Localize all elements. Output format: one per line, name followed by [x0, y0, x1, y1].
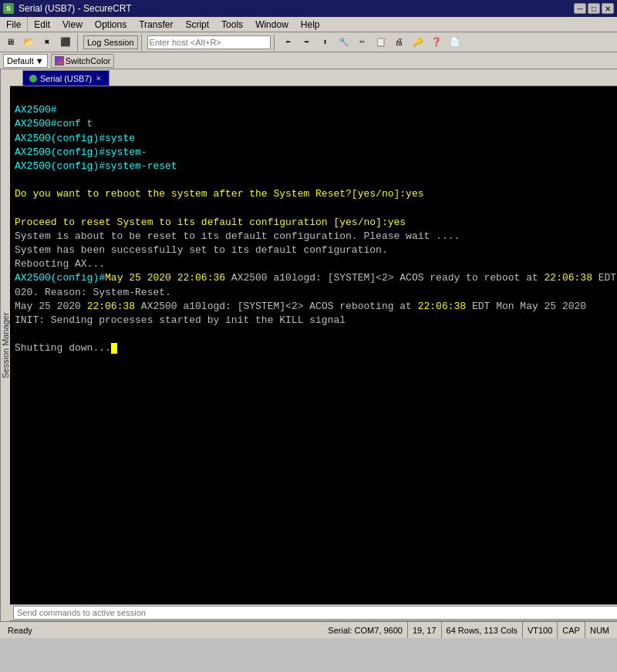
switchcolor-label: SwitchColor [66, 56, 111, 66]
line-10: Rebooting AX... [15, 258, 105, 270]
line-2: AX2500#conf t [15, 118, 93, 129]
tb-btn9[interactable]: ✂ [354, 34, 371, 51]
line-7: Proceed to reset System to its default c… [15, 217, 406, 228]
switchcolor-button[interactable]: SwitchColor [51, 54, 115, 68]
menu-script[interactable]: Script [179, 17, 215, 32]
tb-close-session[interactable]: ✖ [39, 34, 56, 51]
tb-btn10[interactable]: 📋 [373, 34, 389, 51]
menu-file[interactable]: File [0, 17, 28, 32]
title-buttons: ─ □ ✕ [574, 3, 614, 14]
tb-btn6[interactable]: ➡ [298, 34, 315, 51]
title-text: Serial (USB7) - SecureCRT [19, 3, 131, 14]
tb-btn14[interactable]: 📄 [447, 34, 464, 51]
cmd-bar: ✕ [10, 604, 617, 621]
terminal-cursor [111, 343, 117, 354]
pos-text: 19, 17 [413, 626, 437, 635]
tb-btn4[interactable]: ⬛ [57, 34, 74, 51]
tb-open[interactable]: 📂 [20, 34, 37, 51]
menu-options[interactable]: Options [89, 17, 133, 32]
line-1: AX2500# [15, 104, 57, 116]
terminal[interactable]: AX2500# AX2500#conf t AX2500(config)#sys… [10, 86, 617, 604]
status-pos: 19, 17 [408, 622, 442, 638]
minimize-button[interactable]: ─ [574, 3, 586, 14]
line-4: AX2500(config)#system- [15, 146, 147, 158]
menu-view[interactable]: View [56, 17, 89, 32]
menu-transfer[interactable]: Transfer [133, 17, 179, 32]
tb-btn12[interactable]: 🔑 [410, 34, 427, 51]
line-11: AX2500(config)#May 25 2020 22:06:36 AX25… [15, 272, 617, 284]
tab-icon [29, 75, 37, 82]
menu-window[interactable]: Window [249, 17, 295, 32]
line-6: Do you want to reboot the system after t… [15, 188, 424, 200]
status-num: NUM [585, 622, 614, 638]
status-vt: VT100 [523, 622, 558, 638]
session-manager-sidebar[interactable]: Session Manager [0, 69, 10, 621]
line-8: System is about to be reset to its defau… [15, 230, 460, 242]
maximize-button[interactable]: □ [588, 3, 600, 14]
color-swatch [55, 56, 64, 66]
tb-sep1 [77, 34, 80, 51]
line-5: AX2500(config)#system-reset [15, 160, 177, 172]
tb-sep2 [141, 34, 144, 51]
line-15: Shutting down... [15, 342, 117, 354]
serial-text: Serial: COM7, 9600 [328, 626, 403, 635]
menu-help[interactable]: Help [295, 17, 326, 32]
status-rows-cols: 64 Rows, 113 Cols [442, 622, 523, 638]
status-bar: Ready Serial: COM7, 9600 19, 17 64 Rows,… [0, 621, 617, 638]
close-button[interactable]: ✕ [602, 3, 614, 14]
tb-btn13[interactable]: ❓ [428, 34, 445, 51]
tb-btn11[interactable]: 🖨 [391, 34, 408, 51]
status-ready: Ready [3, 622, 37, 638]
menu-tools[interactable]: Tools [215, 17, 249, 32]
content-area: Session Manager Serial (USB7) ✕ AX2500# … [0, 69, 617, 621]
log-session-button[interactable]: Log Session [83, 35, 138, 49]
line-9: System has been successfully set to its … [15, 244, 388, 256]
tb-btn7[interactable]: ⬆ [317, 34, 334, 51]
vt-text: VT100 [528, 626, 552, 635]
menu-edit[interactable]: Edit [28, 17, 56, 32]
line-3: AX2500(config)#syste [15, 133, 135, 144]
tab-bar: Serial (USB7) ✕ [10, 69, 617, 86]
title-left: S Serial (USB7) - SecureCRT [3, 3, 131, 14]
app-icon: S [3, 3, 14, 14]
terminal-wrapper: AX2500# AX2500#conf t AX2500(config)#sys… [10, 86, 617, 604]
right-panel: Serial (USB7) ✕ AX2500# AX2500#conf t AX… [10, 69, 617, 621]
tb-sep3 [274, 34, 277, 51]
default-label: Default [7, 56, 34, 66]
dropdown-arrow: ▼ [35, 56, 44, 66]
caps-text: CAP [562, 626, 580, 635]
enter-host-input[interactable] [147, 35, 271, 49]
num-text: NUM [590, 626, 609, 635]
tb-btn5[interactable]: ⬅ [280, 34, 297, 51]
session-bar: Default ▼ SwitchColor [0, 52, 617, 69]
tab-close-button[interactable]: ✕ [95, 75, 103, 82]
rows-cols-text: 64 Rows, 113 Cols [447, 626, 518, 635]
line-13: May 25 2020 22:06:38 AX2500 a10logd: [SY… [15, 301, 586, 312]
line-14: INIT: Sending processes started by init … [15, 314, 346, 326]
default-session-dropdown[interactable]: Default ▼ [3, 54, 48, 68]
session-manager-label: Session Manager [1, 312, 10, 378]
status-caps: CAP [558, 622, 585, 638]
menu-bar: File Edit View Options Transfer Script T… [0, 17, 617, 32]
tab-serial-usb7[interactable]: Serial (USB7) ✕ [22, 70, 110, 86]
tab-label: Serial (USB7) [40, 74, 92, 83]
line-12: 020. Reason: System-Reset. [15, 287, 171, 298]
toolbar: 🖥 📂 ✖ ⬛ Log Session ⬅ ➡ ⬆ 🔧 ✂ 📋 🖨 🔑 ❓ 📄 [0, 32, 617, 52]
tb-new[interactable]: 🖥 [2, 34, 19, 51]
status-serial: Serial: COM7, 9600 [323, 622, 408, 638]
cmd-input[interactable] [13, 606, 617, 620]
ready-text: Ready [8, 626, 32, 635]
title-bar: S Serial (USB7) - SecureCRT ─ □ ✕ [0, 0, 617, 17]
tb-btn8[interactable]: 🔧 [335, 34, 352, 51]
